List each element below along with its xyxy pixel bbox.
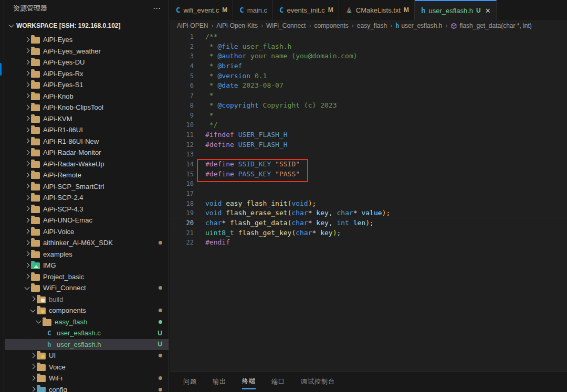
line-number[interactable]: 9 — [170, 111, 194, 121]
line-number[interactable]: 7 — [170, 91, 194, 101]
tree-item-ui[interactable]: UI — [5, 350, 169, 362]
breadcrumb-item-2[interactable]: AiPi-Open-Kits — [216, 22, 258, 29]
panel-tab-输出[interactable]: 输出 — [213, 375, 226, 389]
tree-item-examples[interactable]: examples — [5, 249, 169, 260]
tree-item-aipi-r1-86ui-new[interactable]: AiPi-R1-86UI-New — [5, 136, 169, 147]
tree-item-build[interactable]: build — [5, 294, 169, 305]
code-line-7[interactable]: 7 * — [170, 91, 567, 101]
code-line-18[interactable]: 18void easy_flash_init(void); — [170, 199, 567, 209]
tree-item-aipi-remote[interactable]: AiPi-Remote — [5, 169, 169, 181]
tree-item-aipi-radar-monitor[interactable]: AiPi-Radar-Monitor — [5, 147, 169, 158]
chevron-right-icon[interactable] — [23, 194, 31, 202]
tree-item-aipi-eyes-s1[interactable]: AiPi-Eyes-S1 — [5, 79, 169, 91]
tree-item-wifi_connect[interactable]: WiFi_Connect — [5, 282, 169, 294]
tree-item-aipi-eyes[interactable]: AiPi-Eyes — [5, 34, 169, 46]
code-line-9[interactable]: 9 * — [170, 111, 567, 121]
line-number[interactable]: 4 — [170, 61, 194, 71]
tree-item-aipi-scp_smartctrl[interactable]: AiPi-SCP_SmartCtrl — [5, 181, 169, 193]
editor-tab-wifi_event.c[interactable]: Cwifi_event.cM — [170, 0, 233, 20]
chevron-right-icon[interactable] — [23, 272, 31, 281]
chevron-right-icon[interactable] — [23, 92, 31, 100]
tree-item-aipi-knob[interactable]: AiPi-Knob — [5, 91, 169, 102]
activity-bar[interactable] — [0, 0, 4, 392]
code-line-6[interactable]: 6 * @date 2023-08-07 — [170, 81, 567, 91]
tree-item-aipi-voice[interactable]: AiPi-Voice — [5, 226, 169, 238]
line-number[interactable]: 22 — [170, 238, 194, 248]
line-number[interactable]: 8 — [170, 101, 194, 111]
chevron-right-icon[interactable] — [23, 239, 31, 247]
panel-tab-问题[interactable]: 问题 — [183, 375, 197, 389]
code-line-13[interactable]: 13 — [170, 150, 567, 160]
line-number[interactable]: 16 — [170, 179, 194, 189]
tree-item-aipi-uno-emac[interactable]: AiPi-UNO-Emac — [5, 215, 169, 226]
chevron-right-icon[interactable] — [23, 205, 31, 213]
code-line-10[interactable]: 10 */ — [170, 120, 567, 130]
tree-item-project_basic[interactable]: Project_basic — [5, 271, 169, 283]
chevron-right-icon[interactable] — [23, 160, 31, 168]
line-number[interactable]: 3 — [170, 51, 194, 61]
editor-tab-user_esflash.h[interactable]: huser_esflash.hU✕ — [415, 0, 497, 20]
line-number[interactable]: 14 — [170, 160, 194, 169]
breadcrumb-item-1[interactable]: AiPi-OPEN — [177, 22, 208, 29]
tree-item-aipi-scp-2.4[interactable]: AiPi-SCP-2.4 — [5, 192, 169, 204]
code-line-11[interactable]: 11#ifndef USER_FLASH_H — [170, 130, 567, 140]
code-line-21[interactable]: 21uint8_t flash_get_key(char* key); — [170, 228, 567, 238]
tree-item-voice[interactable]: Voice — [5, 362, 169, 373]
chevron-right-icon[interactable] — [28, 385, 37, 392]
code-line-17[interactable]: 17 — [170, 189, 567, 199]
tree-item-user_esflash.c[interactable]: Cuser_esflash.cU — [5, 327, 169, 339]
code-editor[interactable]: 1/**2 * @file user_flash.h3 * @author yo… — [170, 31, 567, 371]
chevron-right-icon[interactable] — [23, 69, 31, 78]
chevron-right-icon[interactable] — [23, 137, 31, 145]
editor-tab-main.c[interactable]: Cmain.c — [233, 0, 273, 20]
code-line-1[interactable]: 1/** — [170, 32, 567, 42]
tree-item-img[interactable]: IMG — [5, 260, 169, 271]
chevron-right-icon[interactable] — [23, 227, 31, 236]
tree-item-aithinker_ai-m6x_sdk[interactable]: aithinker_Ai-M6X_SDK — [5, 237, 169, 249]
chevron-right-icon[interactable] — [28, 374, 37, 383]
breadcrumb-item-7[interactable]: flash_get_data(char *, int) — [450, 22, 531, 29]
line-number[interactable]: 17 — [170, 189, 194, 199]
tree-item-aipi-radar-wakeup[interactable]: AiPi-Radar-WakeUp — [5, 158, 169, 170]
line-number[interactable]: 1 — [170, 32, 194, 42]
editor-tab-events_init.c[interactable]: Cevents_init.cM — [273, 0, 339, 20]
tree-item-components[interactable]: components — [5, 305, 169, 316]
chevron-right-icon[interactable] — [28, 295, 37, 303]
line-number[interactable]: 5 — [170, 71, 194, 81]
chevron-right-icon[interactable] — [23, 250, 31, 258]
chevron-right-icon[interactable] — [28, 363, 37, 371]
chevron-right-icon[interactable] — [23, 58, 31, 67]
editor-tab-CMakeLists.txt[interactable]: CMakeLists.txtM — [339, 0, 415, 20]
tree-item-user_esflash.h[interactable]: huser_esflash.hU — [5, 339, 169, 351]
tree-item-aipi-eyes-rx[interactable]: AiPi-Eyes-Rx — [5, 68, 169, 80]
chevron-right-icon[interactable] — [23, 103, 31, 112]
chevron-right-icon[interactable] — [23, 47, 31, 55]
tree-item-wifi[interactable]: WiFi — [5, 373, 169, 384]
line-number[interactable]: 20 — [170, 218, 194, 228]
line-number[interactable]: 21 — [170, 228, 194, 238]
chevron-right-icon[interactable] — [23, 36, 31, 44]
chevron-right-icon[interactable] — [23, 114, 31, 123]
tree-item-easy_flash[interactable]: easy_flash — [5, 316, 169, 328]
chevron-right-icon[interactable] — [23, 182, 31, 190]
line-number[interactable]: 18 — [170, 199, 194, 209]
tree-item-aipi-knob-clipstool[interactable]: AiPi-Knob-ClipsTool — [5, 102, 169, 113]
line-number[interactable]: 19 — [170, 208, 194, 218]
chevron-down-icon[interactable] — [34, 317, 43, 326]
workspace-section-header[interactable]: WORKSPACE [SSH: 192.168.0.102] — [5, 20, 169, 31]
tree-item-config[interactable]: config — [5, 384, 169, 392]
chevron-down-icon[interactable] — [23, 284, 31, 292]
close-icon[interactable]: ✕ — [485, 7, 491, 15]
chevron-right-icon[interactable] — [23, 261, 31, 270]
chevron-right-icon[interactable] — [23, 216, 31, 225]
line-number[interactable]: 11 — [170, 130, 194, 140]
chevron-right-icon[interactable] — [23, 81, 31, 89]
tree-item-aipi-eyes-du[interactable]: AiPi-Eyes-DU — [5, 57, 169, 68]
code-line-5[interactable]: 5 * @version 0.1 — [170, 71, 567, 81]
tree-item-aipi-r1-86ui[interactable]: AiPi-R1-86UI — [5, 124, 169, 136]
line-number[interactable]: 12 — [170, 140, 194, 150]
code-line-12[interactable]: 12#define USER_FLASH_H — [170, 140, 567, 150]
chevron-down-icon[interactable] — [28, 306, 37, 315]
chevron-right-icon[interactable] — [28, 352, 37, 360]
line-number[interactable]: 13 — [170, 150, 194, 160]
